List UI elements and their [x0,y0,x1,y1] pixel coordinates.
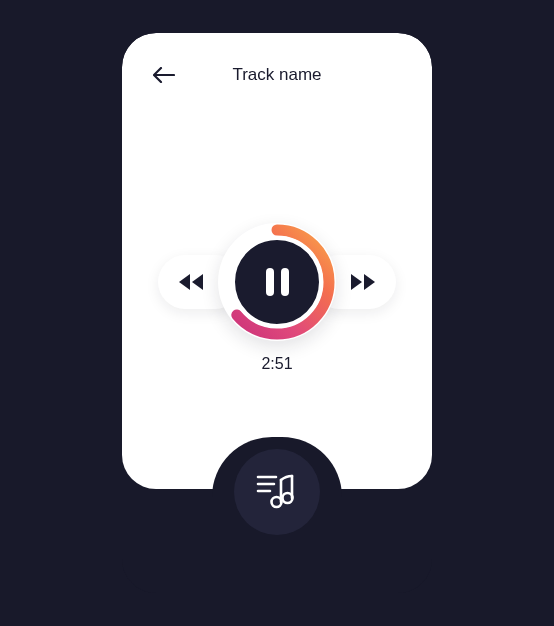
back-button[interactable] [152,63,176,87]
music-player-screen: Track name [122,33,432,593]
playlist-button[interactable] [234,449,320,535]
back-arrow-icon [153,67,175,83]
header: Track name [122,61,432,89]
transport-controls [122,223,432,341]
pause-button[interactable] [231,236,323,328]
play-control [218,223,336,341]
player-panel: Track name [122,33,432,489]
elapsed-time: 2:51 [122,355,432,373]
bottom-dock [122,489,432,593]
playlist-music-icon [256,473,298,511]
next-track-icon [350,273,376,291]
pause-icon [266,268,289,296]
previous-track-icon [178,273,204,291]
